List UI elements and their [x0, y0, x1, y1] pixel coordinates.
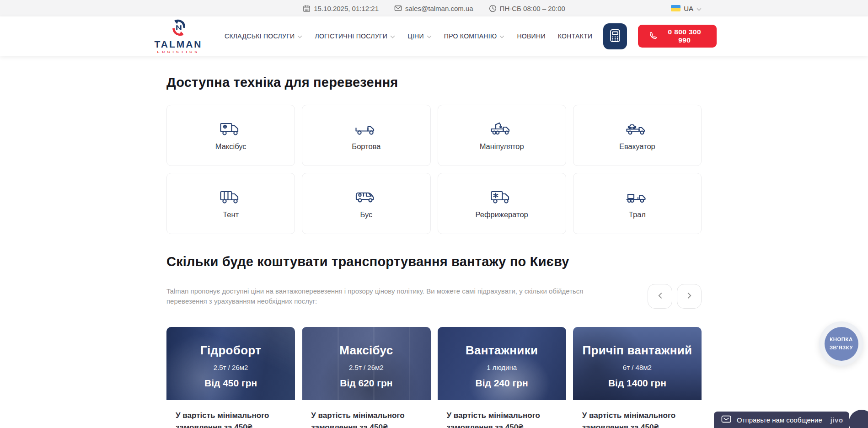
- chevron-down-icon: [697, 5, 702, 12]
- price-card-price: Від 240 грн: [475, 378, 528, 389]
- message-envelope-icon: [721, 415, 731, 424]
- vehicle-label: Рефрижератор: [475, 210, 528, 219]
- talman-logo[interactable]: TALMAN LOGISTICS: [151, 18, 205, 54]
- carousel-arrows: [648, 284, 702, 309]
- calculator-icon: [609, 29, 621, 44]
- tent-truck-icon: [219, 188, 243, 206]
- clock-icon: [489, 5, 497, 12]
- price-card-note: У вартість мінімального замовлення за 45…: [311, 410, 421, 428]
- price-card-photo: Максібус 2.5т / 26м2 Від 620 грн: [302, 327, 430, 400]
- vehicle-label: Евакуатор: [619, 142, 655, 151]
- nav-label: НОВИНИ: [517, 32, 545, 40]
- nav-item-warehouse-services[interactable]: СКЛАДСЬКІ ПОСЛУГИ: [225, 32, 302, 40]
- vehicle-card-van[interactable]: Бус: [302, 173, 430, 234]
- crane-truck-icon: [490, 120, 514, 138]
- vehicle-label: Максібус: [215, 142, 246, 151]
- price-card-spec: 1 людина: [487, 364, 517, 371]
- phone-number: 0 800 300 990: [663, 28, 706, 44]
- fridge-truck-icon: [490, 188, 514, 206]
- pricing-title: Скільки буде коштувати транспортування в…: [166, 254, 702, 269]
- phone-icon: [649, 31, 658, 42]
- vehicle-card-crane[interactable]: Маніпулятор: [438, 105, 566, 166]
- maxibus-truck-icon: [219, 120, 243, 138]
- price-card-note: У вартість мінімального замовлення за 45…: [582, 410, 692, 428]
- vehicle-label: Маніпулятор: [480, 142, 524, 151]
- vehicle-card-refrigerator[interactable]: Рефрижератор: [438, 173, 566, 234]
- logo-emblem-icon: [169, 18, 188, 38]
- vehicle-label: Бортова: [352, 142, 380, 151]
- logo-title: TALMAN: [154, 39, 202, 49]
- price-card-photo: Гідроборт 2.5т / 26м2 Від 450 грн: [166, 327, 295, 400]
- vehicle-card-flatbed[interactable]: Бортова: [302, 105, 430, 166]
- nav-label: ПРО КОМПАНІЮ: [444, 32, 497, 40]
- vehicles-title: Доступна техніка для перевезення: [166, 75, 702, 90]
- vehicle-card-tent[interactable]: Тент: [166, 173, 295, 234]
- top-info-bar: 15.10.2025, 01:12:21 sales@talman.com.ua…: [0, 0, 868, 16]
- price-card-price: Від 1400 грн: [608, 378, 666, 389]
- nav-item-about-company[interactable]: ПРО КОМПАНІЮ: [444, 32, 505, 40]
- phone-button[interactable]: 0 800 300 990: [638, 25, 717, 48]
- carousel-next-button[interactable]: [677, 284, 702, 309]
- callback-label-line2: ЗВ'ЯЗКУ: [830, 344, 853, 352]
- nav-item-prices[interactable]: ЦІНИ: [407, 32, 432, 40]
- vehicles-section: Доступна техніка для перевезення Максібу…: [166, 75, 702, 234]
- ukraine-flag-icon: [671, 5, 680, 11]
- vehicle-card-lowboy[interactable]: Трал: [573, 173, 702, 234]
- callback-button[interactable]: КНОПКА ЗВ'ЯЗКУ: [819, 321, 863, 366]
- pricing-description: Talman пропонує доступні ціни на вантажо…: [166, 286, 587, 307]
- language-selector[interactable]: UA: [671, 0, 702, 16]
- chevron-right-icon: [687, 292, 691, 300]
- vehicle-label: Бус: [360, 210, 372, 219]
- price-card-spec: 2.5т / 26м2: [214, 364, 248, 371]
- vehicle-label: Тент: [223, 210, 239, 219]
- vehicles-grid: Максібус Бортова Маніпулятор Евакуатор: [166, 105, 702, 234]
- language-code: UA: [684, 5, 693, 12]
- chevron-down-icon: [499, 32, 504, 40]
- pricing-section: Скільки буде коштувати транспортування в…: [166, 254, 702, 428]
- van-icon: [354, 188, 378, 206]
- callback-label-line1: КНОПКА: [830, 336, 852, 343]
- carousel-prev-button[interactable]: [648, 284, 672, 309]
- calculator-button[interactable]: [603, 23, 627, 49]
- jivo-brand-label: jivo: [830, 416, 843, 424]
- price-card-spec: 2.5т / 26м2: [349, 364, 384, 371]
- price-card-note: У вартість мінімального замовлення за 45…: [176, 410, 286, 428]
- site-header: TALMAN LOGISTICS СКЛАДСЬКІ ПОСЛУГИ ЛОГІС…: [0, 16, 868, 56]
- nav-label: ЛОГІСТИЧНІ ПОСЛУГИ: [315, 32, 387, 40]
- chat-message-text: Отправьте нам сообщение: [737, 416, 822, 424]
- tow-truck-icon: [625, 120, 649, 138]
- price-card-title: Максібус: [339, 343, 393, 358]
- main-nav: СКЛАДСЬКІ ПОСЛУГИ ЛОГІСТИЧНІ ПОСЛУГИ ЦІН…: [225, 32, 592, 40]
- price-card-price: Від 450 грн: [204, 378, 257, 389]
- email-text: sales@talman.com.ua: [405, 5, 473, 12]
- price-card-maxibus: Максібус 2.5т / 26м2 Від 620 грн У варті…: [302, 327, 430, 428]
- price-card-title: Вантажники: [466, 343, 538, 358]
- working-hours-text: ПН-СБ 08:00 – 20:00: [500, 5, 565, 12]
- email-item[interactable]: sales@talman.com.ua: [394, 5, 473, 12]
- price-card-photo: Вантажники 1 людина Від 240 грн: [438, 327, 566, 400]
- price-card-hydroboard: Гідроборт 2.5т / 26м2 Від 450 грн У варт…: [166, 327, 295, 428]
- nav-label: КОНТАКТИ: [558, 32, 593, 40]
- lowboy-truck-icon: [625, 188, 649, 206]
- chat-bubble[interactable]: [849, 410, 868, 428]
- price-card-photo: Причіп вантажний 6т / 48м2 Від 1400 грн: [573, 327, 702, 400]
- calendar-icon: [303, 5, 311, 12]
- price-card-title: Причіп вантажний: [583, 343, 692, 358]
- chevron-down-icon: [427, 32, 432, 40]
- datetime-text: 15.10.2025, 01:12:21: [314, 5, 379, 12]
- vehicle-card-tow[interactable]: Евакуатор: [573, 105, 702, 166]
- chat-widget-bar[interactable]: Отправьте нам сообщение jivo: [714, 412, 849, 428]
- nav-label: ЦІНИ: [407, 32, 424, 40]
- price-card-spec: 6т / 48м2: [623, 364, 652, 371]
- chevron-down-icon: [297, 32, 302, 40]
- nav-item-contacts[interactable]: КОНТАКТИ: [558, 32, 593, 40]
- nav-label: СКЛАДСЬКІ ПОСЛУГИ: [225, 32, 295, 40]
- nav-item-news[interactable]: НОВИНИ: [517, 32, 545, 40]
- nav-item-logistics-services[interactable]: ЛОГІСТИЧНІ ПОСЛУГИ: [315, 32, 395, 40]
- envelope-icon: [394, 5, 402, 11]
- vehicle-card-maxibus[interactable]: Максібус: [166, 105, 295, 166]
- price-card-note: У вартість мінімального замовлення за 45…: [447, 410, 557, 428]
- price-cards-row: Гідроборт 2.5т / 26м2 Від 450 грн У варт…: [166, 327, 702, 428]
- flatbed-truck-icon: [354, 120, 378, 138]
- price-card-title: Гідроборт: [200, 343, 261, 358]
